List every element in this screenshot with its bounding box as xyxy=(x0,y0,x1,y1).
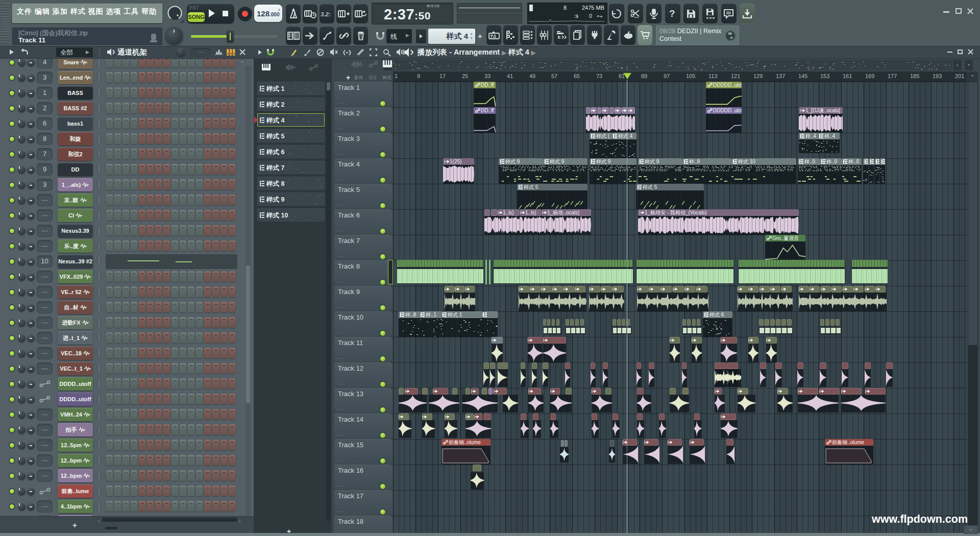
svg-text:3.2:: 3.2: xyxy=(321,11,331,17)
svg-text:?: ? xyxy=(669,8,675,19)
